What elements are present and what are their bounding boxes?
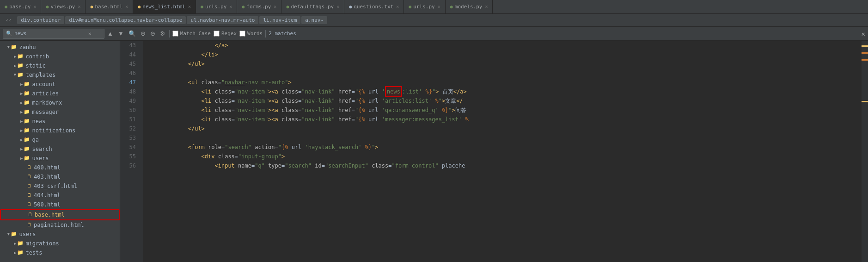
search-zoom-button[interactable]: 🔍 [128, 30, 137, 37]
code-line-55: <div class="input-group"> [148, 152, 862, 161]
words-option[interactable]: Words [239, 31, 263, 37]
py-icon: ● [286, 4, 289, 9]
sidebar-item-pagination-html[interactable]: 🗒 pagination.html [0, 220, 120, 230]
tab-defaulttags-py[interactable]: ● defaulttags.py × [281, 0, 344, 14]
sidebar-item-search[interactable]: ▶ 📁 search [0, 144, 120, 154]
search-input[interactable] [14, 31, 88, 37]
search-remove-button[interactable]: ⊖ [149, 30, 156, 37]
close-tab-icon[interactable]: × [125, 4, 128, 9]
sidebar-item-zanhu[interactable]: ▶ 📁 zanhu [0, 43, 120, 52]
code-line-51: <li class="nav-item"><a class="nav-link"… [148, 115, 862, 124]
py-icon: ● [201, 4, 203, 9]
breadcrumb-item-mainmenu[interactable]: div#mainMenu.collapse.navbar-collapse [65, 16, 186, 24]
sidebar-item-static[interactable]: ▶ 📁 static [0, 61, 120, 70]
sidebar-item-account[interactable]: ▶ 📁 account [0, 80, 120, 89]
code-line-47: <ul class="navbar-nav mr-auto"> [148, 78, 862, 87]
sidebar-item-notifications[interactable]: ▶ 📁 notifications [0, 126, 120, 135]
py-icon: ● [450, 4, 453, 9]
chevron-icon: ▶ [20, 136, 23, 144]
search-prev-button[interactable]: ▲ [106, 30, 114, 37]
breadcrumb-item-navbar[interactable]: ul.navbar-nav.mr-auto [187, 16, 258, 24]
tab-urls2-py[interactable]: ● urls.py × [404, 0, 445, 14]
folder-icon: 📁 [24, 108, 30, 116]
search-next-button[interactable]: ▼ [117, 30, 125, 37]
code-line-52: </ul> [148, 124, 862, 133]
breadcrumb-item-container[interactable]: div.container [17, 16, 64, 24]
code-line-45: </ul> [148, 59, 862, 69]
close-tab-icon[interactable]: × [274, 4, 276, 9]
main-layout: ▶ 📁 zanhu ▶ 📁 contrib ▶ 📁 static ▶ 📁 tem… [0, 41, 868, 262]
tab-questions-txt[interactable]: ● questions.txt × [344, 0, 404, 14]
search-close-btn[interactable]: ✕ [862, 30, 865, 37]
search-settings-button[interactable]: ⚙ [159, 30, 166, 37]
tab-base-html[interactable]: ● base.html × [86, 0, 133, 14]
sidebar-item-articles[interactable]: ▶ 📁 articles [0, 89, 120, 98]
regex-checkbox[interactable] [214, 31, 220, 37]
match-case-option[interactable]: Match Case [172, 31, 211, 37]
search-input-wrapper: 🔍 ✕ [3, 29, 104, 39]
sidebar-item-400-html[interactable]: 🗒 400.html [0, 163, 120, 172]
sidebar-item-templates[interactable]: ▶ 📁 templates [0, 70, 120, 80]
close-tab-icon[interactable]: × [188, 4, 191, 9]
tab-bar: ● base.py × ● views.py × ● base.html × ●… [0, 0, 868, 14]
sidebar-item-users-templates[interactable]: ▶ 📁 users [0, 154, 120, 163]
sidebar-item-migrations[interactable]: ▶ 📁 migrations [0, 239, 120, 248]
txt-icon: ● [349, 4, 352, 9]
line-num-52: 52 [120, 124, 140, 133]
tab-forms-py[interactable]: ● forms.py × [237, 0, 281, 14]
sidebar-item-tests[interactable]: ▶ 📁 tests [0, 248, 120, 257]
back-arrow[interactable]: ‹‹ [4, 17, 13, 23]
tab-views-py[interactable]: ● views.py × [41, 0, 86, 14]
match-case-checkbox[interactable] [172, 31, 178, 37]
search-add-button[interactable]: ⊕ [140, 30, 147, 37]
breadcrumb-nav-arrows: ‹‹ [4, 17, 13, 23]
code-line-53 [148, 133, 862, 143]
sidebar-item-base-html[interactable]: 🗒 base.html [0, 209, 120, 220]
folder-icon: 📁 [24, 99, 30, 107]
code-area: 43 44 45 46 47 48 49 50 51 52 53 54 55 5… [120, 41, 868, 262]
line-num-53: 53 [120, 133, 140, 143]
search-clear-icon[interactable]: ✕ [88, 31, 92, 37]
tab-base-py[interactable]: ● base.py × [0, 0, 41, 14]
tab-news-list-html[interactable]: ● news_list.html × [133, 0, 196, 14]
regex-option[interactable]: Regex [214, 31, 237, 37]
folder-icon: 📁 [24, 117, 30, 125]
sidebar-item-500-html[interactable]: 🗒 500.html [0, 200, 120, 209]
line-num-43: 43 [120, 41, 140, 50]
words-checkbox[interactable] [239, 31, 245, 37]
breadcrumb-item-navitem[interactable]: li.nav-item [259, 16, 300, 24]
sidebar-item-403csrf-html[interactable]: 🗒 403_csrf.html [0, 181, 120, 191]
folder-icon: 📁 [17, 62, 24, 70]
tab-urls-py[interactable]: ● urls.py × [196, 0, 237, 14]
close-tab-icon[interactable]: × [485, 4, 488, 9]
folder-icon: 📁 [17, 249, 24, 257]
chevron-icon: ▶ [20, 80, 23, 88]
gutter-mark-4 [862, 101, 868, 102]
breadcrumb-item-a[interactable]: a.nav- [301, 16, 327, 24]
sidebar-item-qa[interactable]: ▶ 📁 qa [0, 135, 120, 144]
tab-models-py[interactable]: ● models.py × [446, 0, 493, 14]
chevron-icon: ▶ [20, 145, 23, 153]
chevron-icon: ▶ [14, 52, 16, 61]
chevron-icon: ▶ [20, 154, 23, 162]
sidebar-item-403-html[interactable]: 🗒 403.html [0, 172, 120, 181]
close-tab-icon[interactable]: × [229, 4, 232, 9]
close-tab-icon[interactable]: × [336, 4, 339, 9]
breadcrumb-bar: ‹‹ div.container div#mainMenu.collapse.n… [0, 14, 868, 27]
sidebar-item-markdownx[interactable]: ▶ 📁 markdownx [0, 98, 120, 107]
folder-icon: 📁 [24, 145, 30, 153]
close-tab-icon[interactable]: × [438, 4, 440, 9]
sidebar-item-contrib[interactable]: ▶ 📁 contrib [0, 52, 120, 61]
py-icon: ● [5, 4, 7, 9]
chevron-icon: ▶ [14, 249, 16, 257]
sidebar-item-users-dir[interactable]: ▶ 📁 users [0, 230, 120, 239]
sidebar-item-messager[interactable]: ▶ 📁 messager [0, 107, 120, 117]
folder-icon: 📁 [24, 89, 30, 98]
code-line-48: <li class="nav-item"><a class="nav-link"… [148, 87, 862, 96]
code-content[interactable]: </a> </li> </ul> [143, 41, 862, 262]
sidebar-item-404-html[interactable]: 🗒 404.html [0, 191, 120, 200]
close-tab-icon[interactable]: × [33, 4, 36, 9]
close-tab-icon[interactable]: × [78, 4, 80, 9]
close-tab-icon[interactable]: × [396, 4, 399, 9]
sidebar-item-news[interactable]: ▶ 📁 news [0, 117, 120, 126]
